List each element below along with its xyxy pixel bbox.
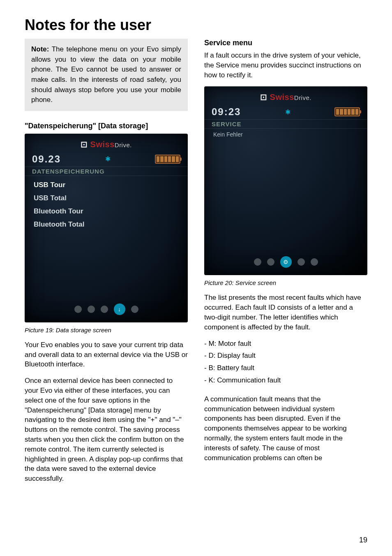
device-logo: ⊡ SwissDrive.: [204, 92, 367, 102]
page-indicator: ⚙: [204, 250, 367, 272]
screen-header: DATENSPEICHERUNG: [25, 167, 188, 176]
device-logo: ⊡ SwissDrive.: [25, 139, 188, 149]
status-bar: 09.23 ✱: [25, 153, 188, 165]
page-title: Notes for the user: [25, 16, 367, 34]
right-para-2: A communication fault means that the com…: [204, 394, 367, 463]
fault-display: - D: Display fault: [204, 351, 367, 361]
page-indicator: ↓: [25, 298, 188, 319]
screen-header: SERVICE: [204, 119, 367, 129]
left-para-1: Your Evo enables you to save your curren…: [25, 340, 188, 369]
service-menu-heading: Service menu: [204, 39, 367, 47]
dot-icon: [297, 258, 305, 266]
menu-item-bt-total: Bluetooth Total: [34, 218, 179, 231]
dot-icon: [254, 258, 261, 266]
battery-icon: [334, 107, 360, 116]
service-screenshot: ⊡ SwissDrive. 09:23 ✱ SERVICE Kein Fehle…: [204, 86, 367, 275]
note-text: The telephone menu on your Evo simply al…: [31, 45, 181, 104]
clock-time: 09:23: [212, 106, 241, 118]
clock-time: 09.23: [32, 153, 61, 165]
dot-icon: [267, 258, 274, 266]
left-para-2: Once an external device has been connect…: [25, 376, 188, 484]
note-box: Note: The telephone menu on your Evo sim…: [25, 39, 188, 111]
right-para-1: The list presents the most recent faults…: [204, 293, 367, 332]
figure-caption-20: Picture 20: Service screen: [204, 279, 367, 286]
battery-icon: [155, 155, 180, 164]
right-intro: If a fault occurs in the drive system of…: [204, 51, 367, 80]
menu-list: USB Tour USB Total Bluetooth Tour Blueto…: [25, 178, 188, 257]
gear-icon: ⚙: [280, 256, 292, 268]
service-body: Kein Fehler: [204, 131, 367, 250]
right-column: Service menu If a fault occurs in the dr…: [204, 39, 367, 490]
fault-list: - M: Motor fault - D: Display fault - B:…: [204, 339, 367, 388]
bluetooth-icon: ✱: [285, 108, 291, 116]
menu-item-bt-tour: Bluetooth Tour: [34, 205, 179, 218]
figure-caption-19: Picture 19: Data storage screen: [25, 327, 188, 334]
data-storage-screenshot: ⊡ SwissDrive. 09.23 ✱ DATENSPEICHERUNG U…: [25, 134, 188, 322]
fault-motor: - M: Motor fault: [204, 339, 367, 349]
menu-item-usb-total: USB Total: [34, 192, 179, 205]
status-bar: 09:23 ✱: [204, 106, 367, 118]
data-storage-heading: "Datenspeicherung" [Data storage]: [25, 122, 188, 130]
dot-icon: [74, 306, 82, 313]
content-columns: Note: The telephone menu on your Evo sim…: [25, 39, 367, 490]
dot-icon: [311, 258, 318, 266]
fault-battery: - B: Battery fault: [204, 363, 367, 373]
dot-icon: [101, 306, 108, 313]
dot-icon: [88, 306, 95, 313]
note-label: Note:: [31, 45, 49, 53]
bluetooth-icon: ✱: [105, 155, 111, 163]
page-number: 19: [359, 536, 367, 544]
menu-item-usb-tour: USB Tour: [34, 178, 179, 192]
fault-communication: - K: Communication fault: [204, 375, 367, 385]
left-column: Note: The telephone menu on your Evo sim…: [25, 39, 188, 490]
download-icon: ↓: [114, 303, 125, 315]
dot-icon: [131, 306, 138, 313]
